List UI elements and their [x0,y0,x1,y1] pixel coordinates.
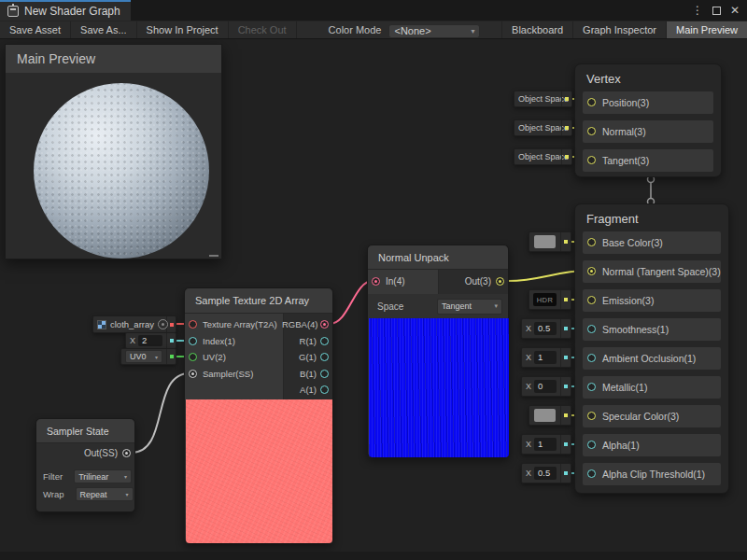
check-out-button[interactable]: Check Out [229,21,297,38]
out-port[interactable] [496,277,504,286]
vertex-node[interactable]: Vertex Position(3) Normal(3) Tangent(3) [574,63,722,177]
metallic-value-field[interactable]: 0 [534,380,557,393]
color-mode-dropdown[interactable]: <None> ▾ [388,24,480,38]
value-out-port[interactable] [560,377,571,396]
sample-texture-2d-array-node[interactable]: Sample Texture 2D Array Texture Array(T2… [184,287,333,543]
maximize-icon[interactable] [712,7,721,15]
menu-icon[interactable]: ⋮ [692,5,703,16]
index-value-field[interactable]: 2 [138,335,162,346]
value-out-port[interactable] [560,290,571,309]
cloth-array-property-node[interactable]: cloth_array [92,315,176,333]
index-port[interactable] [189,337,197,345]
panel-resize-handle[interactable] [209,252,218,257]
tab-title: New Shader Graph [24,5,120,18]
out-ss-port[interactable] [122,449,131,457]
show-in-project-button[interactable]: Show In Project [137,21,229,38]
value-out-port[interactable] [560,319,571,338]
metallic-port[interactable] [587,383,596,391]
texture-preview-red [186,399,332,543]
shader-graph-window: New Shader Graph ⋮ ✕ Save Asset Save As.… [0,0,747,560]
alpha-port[interactable] [587,441,596,449]
close-icon[interactable]: ✕ [730,5,740,16]
normal-port[interactable] [587,127,596,135]
base-color-port[interactable] [587,238,596,246]
sampler-state-node[interactable]: Sampler State Out(SS) Filter Trilinear ▾… [35,418,135,512]
filter-label: Filter [43,471,63,482]
fragment-node[interactable]: Fragment Base Color(3) Normal (Tangent S… [574,203,729,494]
preview-toggle-icon[interactable] [158,319,168,329]
preview-sphere[interactable] [34,83,209,259]
save-as-button[interactable]: Save As... [71,21,137,38]
space-value: Tangent [442,301,472,311]
normal-unpack-title: Normal Unpack [368,245,508,270]
alpha-value-field[interactable]: 1 [534,438,557,451]
value-out-port[interactable] [560,464,571,483]
uv-channel-node: UV0 ▾ [120,348,176,365]
object-space-node[interactable]: Object Space [514,119,572,136]
tab-bar: New Shader Graph ⋮ ✕ [0,0,747,21]
space-dropdown[interactable]: Tangent ▾ [437,299,502,315]
rgba-port[interactable] [320,320,329,329]
value-out-port[interactable] [166,333,176,348]
r-port[interactable] [320,337,329,345]
normal-tangent-space-label: Normal (Tangent Space)(3) [583,260,721,283]
alpha-clip-threshold-label: Alpha Clip Threshold(1) [583,463,721,485]
object-space-node[interactable]: Object Space [514,91,572,107]
main-preview-button[interactable]: Main Preview [666,21,747,38]
tangent-port[interactable] [587,156,596,164]
index-label: Index(1) [203,336,235,346]
color-swatch[interactable] [534,409,556,422]
normal-unpack-node[interactable]: Normal Unpack In(4) Out(3) Space Tangent… [367,245,509,457]
object-space-node[interactable]: Object Space [514,148,572,165]
canvas-bottom-strip [0,552,747,560]
blackboard-button[interactable]: Blackboard [501,21,572,38]
g-port[interactable] [320,353,329,361]
uv-port[interactable] [189,353,197,361]
graph-inspector-button[interactable]: Graph Inspector [572,21,666,38]
normal-tangent-space-port[interactable] [587,267,596,275]
rgba-slot: RGBA(4) [282,316,332,332]
main-preview-panel-header[interactable]: Main Preview [6,45,221,73]
value-out-port[interactable] [560,435,571,454]
out-ss-label: Out(SS) [84,448,118,458]
out-ss-slot: Out(SS) [36,443,134,464]
alpha-label: Alpha(1) [583,434,721,456]
out-label: Out(3) [465,276,491,287]
object-space-out-port[interactable] [561,149,571,164]
object-space-out-port[interactable] [561,120,571,135]
in-port[interactable] [372,277,380,286]
object-space-out-port[interactable] [561,91,571,106]
emission-port[interactable] [587,296,596,304]
smoothness-value-field[interactable]: 0.5 [534,322,557,335]
value-out-port[interactable] [560,348,571,367]
color-swatch[interactable] [534,235,556,248]
filter-dropdown[interactable]: Trilinear ▾ [74,469,132,483]
value-out-port[interactable] [560,232,571,251]
fragment-slot-ambient-occlusion: Ambient Occlusion(1) [583,347,721,370]
smoothness-port[interactable] [587,325,596,333]
wrap-row: Wrap Repeat ▾ [36,485,134,503]
save-asset-button[interactable]: Save Asset [0,21,71,38]
sampler-port[interactable] [189,370,197,378]
ambient-occlusion-value-field[interactable]: 1 [534,351,557,364]
chevron-down-icon: ▾ [155,354,158,360]
normal-label: Normal(3) [583,120,713,143]
texture-array-port[interactable] [189,320,197,329]
metallic-value-node: X 0 [521,376,571,397]
ambient-occlusion-port[interactable] [587,354,596,362]
tab-new-shader-graph[interactable]: New Shader Graph [0,0,131,21]
graph-canvas[interactable]: Main Preview Vertex Position(3) Normal(3… [0,39,747,560]
a-port[interactable] [320,385,329,394]
value-out-port[interactable] [560,406,571,425]
alpha-clip-threshold-port[interactable] [587,469,596,478]
value-out-port[interactable] [166,349,176,364]
alpha-clip-value-field[interactable]: 0.5 [534,467,557,480]
uv-channel-dropdown[interactable]: UV0 ▾ [125,350,162,363]
hdr-color-swatch[interactable]: HDR [533,293,557,306]
position-port[interactable] [587,98,596,106]
b-port[interactable] [320,370,329,378]
rgba-label: RGBA(4) [282,319,318,329]
sample-texture-node-title: Sample Texture 2D Array [185,288,332,314]
specular-color-port[interactable] [587,412,596,420]
wrap-dropdown[interactable]: Repeat ▾ [76,487,134,501]
